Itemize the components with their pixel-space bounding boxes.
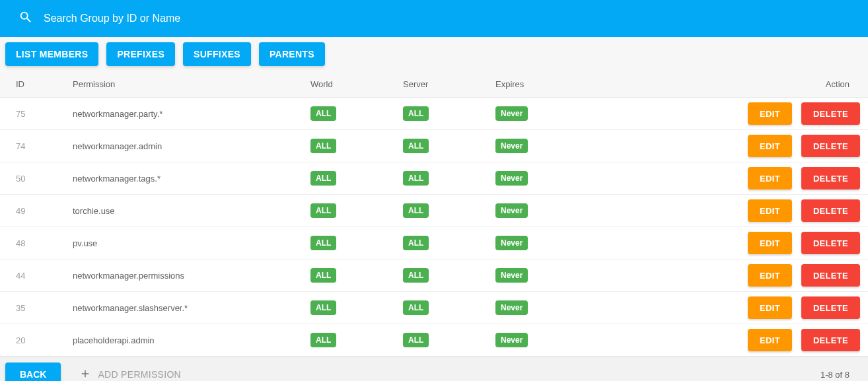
tabs-row: LIST MEMBERSPREFIXESSUFFIXESPARENTS xyxy=(0,37,868,71)
tab-button[interactable]: PARENTS xyxy=(259,42,325,66)
table-row: 35networkmanager.slashserver.*ALLALLNeve… xyxy=(0,292,868,324)
cell-world: ALL xyxy=(304,292,396,324)
cell-world: ALL xyxy=(304,260,396,292)
world-badge: ALL xyxy=(310,333,336,347)
edit-button[interactable]: EDIT xyxy=(748,102,792,125)
cell-action: EDITDELETE xyxy=(621,292,868,324)
delete-button[interactable]: DELETE xyxy=(801,167,860,190)
cell-server: ALL xyxy=(396,324,489,357)
server-badge: ALL xyxy=(403,333,429,347)
add-permission-label: ADD PERMISSION xyxy=(98,369,181,380)
search-input[interactable] xyxy=(44,13,850,24)
col-header-id: ID xyxy=(0,71,66,98)
col-header-permission: Permission xyxy=(66,71,304,98)
world-badge: ALL xyxy=(310,203,336,218)
cell-id: 49 xyxy=(0,195,66,227)
expires-badge: Never xyxy=(495,236,528,250)
edit-button[interactable]: EDIT xyxy=(748,232,792,254)
world-badge: ALL xyxy=(310,171,336,186)
server-badge: ALL xyxy=(403,300,429,315)
cell-id: 74 xyxy=(0,130,66,162)
cell-world: ALL xyxy=(304,195,396,227)
delete-button[interactable]: DELETE xyxy=(801,199,860,222)
world-badge: ALL xyxy=(310,106,336,121)
delete-button[interactable]: DELETE xyxy=(801,296,860,319)
table-row: 75networkmanager.party.*ALLALLNeverEDITD… xyxy=(0,98,868,130)
cell-world: ALL xyxy=(304,130,396,162)
world-badge: ALL xyxy=(310,139,336,153)
cell-action: EDITDELETE xyxy=(621,195,868,227)
cell-server: ALL xyxy=(396,162,489,195)
cell-server: ALL xyxy=(396,260,489,292)
world-badge: ALL xyxy=(310,268,336,283)
cell-permission: networkmanager.admin xyxy=(66,130,304,162)
cell-server: ALL xyxy=(396,98,489,130)
table-row: 50networkmanager.tags.*ALLALLNeverEDITDE… xyxy=(0,162,868,195)
server-badge: ALL xyxy=(403,236,429,250)
cell-server: ALL xyxy=(396,292,489,324)
add-permission-button[interactable]: ADD PERMISSION xyxy=(79,368,181,382)
world-badge: ALL xyxy=(310,236,336,250)
table-row: 74networkmanager.adminALLALLNeverEDITDEL… xyxy=(0,130,868,162)
cell-id: 44 xyxy=(0,260,66,292)
edit-button[interactable]: EDIT xyxy=(748,199,792,222)
table-row: 20placeholderapi.adminALLALLNeverEDITDEL… xyxy=(0,324,868,357)
expires-badge: Never xyxy=(495,333,528,347)
cell-permission: networkmanager.tags.* xyxy=(66,162,304,195)
col-header-expires: Expires xyxy=(489,71,621,98)
tab-button[interactable]: SUFFIXES xyxy=(183,42,251,66)
cell-id: 75 xyxy=(0,98,66,130)
cell-action: EDITDELETE xyxy=(621,98,868,130)
cell-world: ALL xyxy=(304,162,396,195)
search-bar xyxy=(0,0,868,37)
expires-badge: Never xyxy=(495,171,528,186)
cell-action: EDITDELETE xyxy=(621,162,868,195)
cell-action: EDITDELETE xyxy=(621,324,868,357)
back-button[interactable]: BACK xyxy=(5,363,61,381)
cell-action: EDITDELETE xyxy=(621,260,868,292)
cell-permission: torchie.use xyxy=(66,195,304,227)
delete-button[interactable]: DELETE xyxy=(801,102,860,125)
edit-button[interactable]: EDIT xyxy=(748,135,792,157)
col-header-world: World xyxy=(304,71,396,98)
cell-id: 50 xyxy=(0,162,66,195)
cell-permission: pv.use xyxy=(66,227,304,260)
cell-id: 35 xyxy=(0,292,66,324)
cell-id: 48 xyxy=(0,227,66,260)
tab-button[interactable]: LIST MEMBERS xyxy=(5,42,98,66)
cell-expires: Never xyxy=(489,162,621,195)
cell-permission: networkmanager.permissions xyxy=(66,260,304,292)
table-row: 44networkmanager.permissionsALLALLNeverE… xyxy=(0,260,868,292)
server-badge: ALL xyxy=(403,106,429,121)
table-row: 49torchie.useALLALLNeverEDITDELETE xyxy=(0,195,868,227)
col-header-action: Action xyxy=(621,71,868,98)
delete-button[interactable]: DELETE xyxy=(801,264,860,287)
delete-button[interactable]: DELETE xyxy=(801,232,860,254)
server-badge: ALL xyxy=(403,171,429,186)
expires-badge: Never xyxy=(495,106,528,121)
delete-button[interactable]: DELETE xyxy=(801,329,860,351)
pager-text: 1-8 of 8 xyxy=(820,370,863,380)
cell-expires: Never xyxy=(489,227,621,260)
permissions-table: ID Permission World Server Expires Actio… xyxy=(0,71,868,357)
cell-world: ALL xyxy=(304,227,396,260)
cell-server: ALL xyxy=(396,227,489,260)
server-badge: ALL xyxy=(403,139,429,153)
edit-button[interactable]: EDIT xyxy=(748,167,792,190)
cell-world: ALL xyxy=(304,98,396,130)
expires-badge: Never xyxy=(495,203,528,218)
cell-action: EDITDELETE xyxy=(621,227,868,260)
footer-bar: BACK ADD PERMISSION 1-8 of 8 xyxy=(0,357,868,381)
cell-server: ALL xyxy=(396,130,489,162)
cell-expires: Never xyxy=(489,324,621,357)
delete-button[interactable]: DELETE xyxy=(801,135,860,157)
cell-world: ALL xyxy=(304,324,396,357)
cell-permission: networkmanager.slashserver.* xyxy=(66,292,304,324)
expires-badge: Never xyxy=(495,300,528,315)
tab-button[interactable]: PREFIXES xyxy=(106,42,175,66)
edit-button[interactable]: EDIT xyxy=(748,264,792,287)
cell-id: 20 xyxy=(0,324,66,357)
col-header-server: Server xyxy=(396,71,489,98)
edit-button[interactable]: EDIT xyxy=(748,296,792,319)
edit-button[interactable]: EDIT xyxy=(748,329,792,351)
